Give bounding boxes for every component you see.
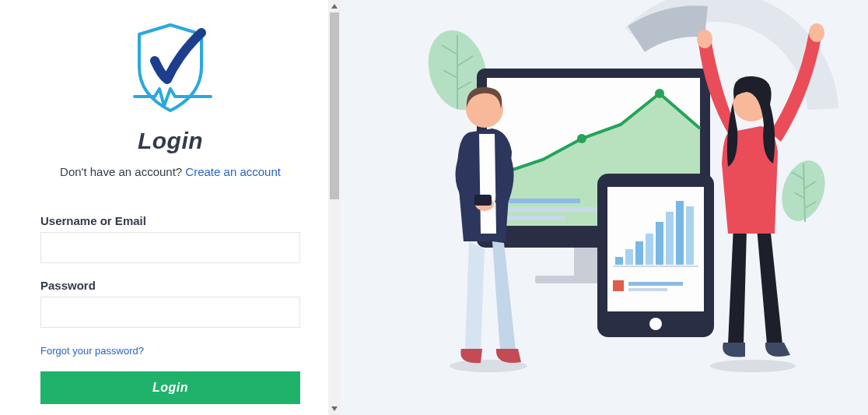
svg-rect-16 — [625, 249, 633, 265]
login-button[interactable]: Login — [40, 371, 300, 404]
svg-rect-20 — [666, 212, 674, 265]
analytics-illustration-icon — [341, 0, 868, 415]
svg-rect-15 — [615, 257, 623, 265]
svg-rect-29 — [474, 195, 492, 206]
create-account-link[interactable]: Create an account — [185, 165, 281, 178]
svg-rect-22 — [686, 206, 694, 265]
svg-point-7 — [577, 134, 586, 143]
svg-point-8 — [655, 89, 664, 98]
svg-point-31 — [492, 112, 500, 121]
scroll-up-button[interactable] — [328, 0, 341, 12]
svg-rect-21 — [676, 201, 684, 265]
svg-point-33 — [697, 30, 712, 48]
forgot-password-link[interactable]: Forgot your password? — [40, 345, 144, 357]
svg-point-34 — [809, 23, 824, 42]
username-input[interactable] — [40, 232, 300, 263]
scrollbar-track[interactable] — [328, 0, 341, 415]
svg-point-32 — [710, 360, 796, 372]
scroll-down-button[interactable] — [328, 403, 341, 415]
svg-rect-19 — [656, 222, 663, 265]
signup-prompt-text: Don't have an account? — [60, 165, 185, 178]
svg-rect-18 — [646, 234, 653, 265]
username-label: Username or Email — [40, 214, 300, 227]
svg-rect-17 — [635, 241, 643, 265]
password-label: Password — [40, 279, 300, 292]
scrollbar-thumb[interactable] — [330, 12, 339, 199]
hero-illustration — [341, 0, 868, 415]
svg-rect-26 — [628, 288, 667, 291]
svg-rect-25 — [628, 282, 683, 286]
login-heading: Login — [138, 128, 203, 154]
password-input[interactable] — [40, 297, 300, 328]
app-logo — [116, 19, 225, 120]
login-form: Username or Email Password Forgot your p… — [40, 214, 300, 404]
svg-rect-24 — [613, 280, 624, 291]
signup-prompt-row: Don't have an account? Create an account — [60, 165, 281, 178]
svg-rect-10 — [495, 207, 604, 212]
login-panel: Login Don't have an account? Create an a… — [0, 0, 341, 415]
svg-point-14 — [649, 318, 662, 330]
